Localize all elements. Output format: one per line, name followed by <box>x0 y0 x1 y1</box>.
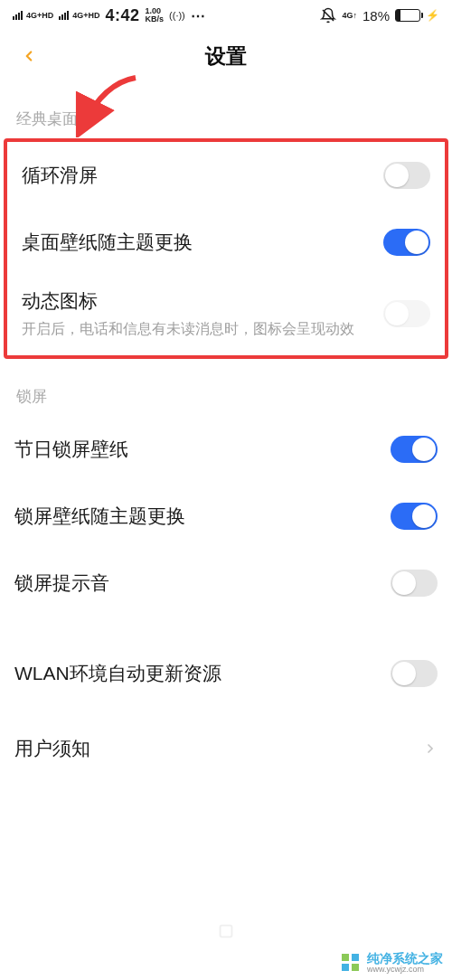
battery-percent: 18% <box>363 8 390 24</box>
watermark: 纯净系统之家 www.ycwjz.com <box>340 952 443 975</box>
row-label: 锁屏壁纸随主题更换 <box>14 504 381 529</box>
signal-1: 4G+HD <box>13 11 53 20</box>
settings-row-user-notice[interactable]: 用户须知 <box>0 716 452 781</box>
toggle-loop-scroll[interactable] <box>383 162 430 189</box>
chevron-right-icon <box>423 741 438 756</box>
row-subtext: 开启后，电话和信息有未读消息时，图标会呈现动效 <box>22 319 374 339</box>
settings-row-loop-scroll[interactable]: 循环滑屏 <box>7 142 445 209</box>
row-label: WLAN环境自动更新资源 <box>14 661 381 686</box>
settings-row-dynamic-icon[interactable]: 动态图标 开启后，电话和信息有未读消息时，图标会呈现动效 <box>7 276 445 355</box>
signal-2: 4G+HD <box>59 11 99 20</box>
watermark-url: www.ycwjz.com <box>367 966 443 975</box>
section-lock-label: 锁屏 <box>0 359 452 416</box>
highlight-box: 循环滑屏 桌面壁纸随主题更换 动态图标 开启后，电话和信息有未读消息时，图标会呈… <box>4 138 448 359</box>
more-icon: ⋯ <box>191 7 205 24</box>
hotspot-icon: ((·)) <box>169 10 185 21</box>
svg-rect-3 <box>342 964 349 971</box>
toggle-festival-lock[interactable] <box>391 436 438 463</box>
settings-row-wlan-update[interactable]: WLAN环境自动更新资源 <box>0 640 452 707</box>
toggle-lock-sound[interactable] <box>391 570 438 597</box>
toggle-dynamic-icon[interactable] <box>383 300 430 327</box>
row-label: 节日锁屏壁纸 <box>14 437 381 462</box>
net-label-icon: 4G↑ <box>342 12 357 20</box>
row-label: 桌面壁纸随主题更换 <box>22 230 374 255</box>
page-header: 设置 <box>0 31 452 81</box>
status-bar: 4G+HD 4G+HD 4:42 1.00 KB/s ((·)) ⋯ 4G↑ 1… <box>0 0 452 31</box>
toggle-lock-theme[interactable] <box>391 503 438 530</box>
net-speed: 1.00 KB/s <box>146 7 165 24</box>
charging-icon: ⚡ <box>426 9 439 22</box>
page-title: 设置 <box>0 42 452 71</box>
settings-row-lock-theme[interactable]: 锁屏壁纸随主题更换 <box>0 483 452 550</box>
svg-rect-1 <box>342 954 349 961</box>
watermark-logo-icon <box>340 952 362 974</box>
settings-row-festival-lock[interactable]: 节日锁屏壁纸 <box>0 416 452 483</box>
svg-rect-0 <box>221 926 232 938</box>
settings-row-wallpaper-theme[interactable]: 桌面壁纸随主题更换 <box>7 209 445 276</box>
settings-row-lock-sound[interactable]: 锁屏提示音 <box>0 550 452 617</box>
row-label: 循环滑屏 <box>22 163 374 188</box>
toggle-wallpaper-theme[interactable] <box>383 229 430 256</box>
watermark-title: 纯净系统之家 <box>367 952 443 966</box>
svg-rect-4 <box>352 964 359 971</box>
svg-rect-2 <box>352 954 359 961</box>
bell-off-icon <box>320 7 336 24</box>
nav-bar-hint <box>0 919 452 944</box>
clock: 4:42 <box>106 6 140 25</box>
toggle-wlan-update[interactable] <box>391 660 438 687</box>
battery-icon <box>395 9 420 22</box>
section-classic-label: 经典桌面 <box>0 81 452 138</box>
row-label: 锁屏提示音 <box>14 570 381 596</box>
row-label: 动态图标 <box>22 288 374 314</box>
row-label: 用户须知 <box>14 736 414 761</box>
